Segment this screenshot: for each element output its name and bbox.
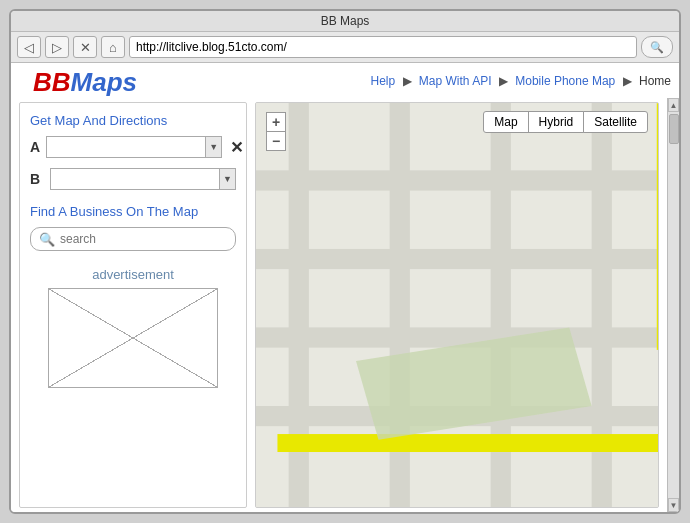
title-bar: BB Maps (11, 11, 679, 32)
map-zoom: + − (266, 113, 286, 151)
svg-rect-11 (657, 434, 658, 452)
zoom-out-button[interactable]: − (266, 131, 286, 151)
nav-bar: ◁ ▷ ✕ ⌂ 🔍 (11, 32, 679, 63)
ad-placeholder (48, 288, 218, 388)
close-button[interactable]: ✕ (73, 36, 97, 58)
scroll-thumb[interactable] (669, 114, 679, 144)
back-button[interactable]: ◁ (17, 36, 41, 58)
forward-icon: ▷ (52, 40, 62, 55)
direction-input-b-wrap: ▼ (50, 168, 236, 190)
search-browser-button[interactable]: 🔍 (641, 36, 673, 58)
dropdown-arrow-a: ▼ (209, 142, 218, 152)
window-title: BB Maps (321, 14, 370, 28)
direction-row-b: B ▼ (30, 168, 236, 190)
satellite-button[interactable]: Satellite (583, 111, 648, 133)
search-wrap: 🔍 (30, 227, 236, 251)
zoom-in-button[interactable]: + (266, 112, 286, 132)
scroll-up-button[interactable]: ▲ (668, 98, 679, 112)
header-row: BB Maps Help ▶ Map With API ▶ Mobile Pho… (11, 63, 679, 98)
logo: BB Maps (19, 63, 151, 98)
direction-label-b: B (30, 171, 44, 187)
direction-label-a: A (30, 139, 40, 155)
map-area[interactable]: Map Hybrid Satellite + − (255, 102, 659, 508)
home-button[interactable]: ⌂ (101, 36, 125, 58)
search-icon: 🔍 (39, 232, 55, 247)
hybrid-button[interactable]: Hybrid (528, 111, 585, 133)
clear-directions-button[interactable]: ✕ (228, 138, 245, 157)
breadcrumb-mobile-phone-map[interactable]: Mobile Phone Map (515, 74, 615, 88)
sidebar: Get Map And Directions A ▼ ✕ B (19, 102, 247, 508)
forward-button[interactable]: ▷ (45, 36, 69, 58)
back-icon: ◁ (24, 40, 34, 55)
ad-section: advertisement (30, 267, 236, 388)
direction-input-a-wrap: ▼ (46, 136, 222, 158)
map-button[interactable]: Map (483, 111, 528, 133)
svg-rect-9 (657, 103, 658, 350)
breadcrumb: Help ▶ Map With API ▶ Mobile Phone Map ▶… (370, 74, 671, 88)
business-title: Find A Business On The Map (30, 204, 236, 219)
logo-maps: Maps (71, 67, 137, 98)
scroll-down-button[interactable]: ▼ (668, 498, 679, 512)
direction-input-a[interactable] (47, 137, 205, 157)
ad-label: advertisement (92, 267, 174, 282)
main-layout: Get Map And Directions A ▼ ✕ B (11, 98, 679, 512)
logo-bb: BB (33, 67, 71, 98)
map-canvas (256, 103, 658, 507)
direction-input-b[interactable] (51, 169, 219, 189)
svg-rect-10 (277, 434, 658, 452)
home-icon: ⌂ (109, 40, 117, 55)
direction-dropdown-a[interactable]: ▼ (205, 137, 221, 157)
dropdown-arrow-b: ▼ (223, 174, 232, 184)
search-browser-icon: 🔍 (650, 41, 664, 54)
map-controls: Map Hybrid Satellite (484, 111, 648, 133)
close-icon: ✕ (80, 40, 91, 55)
direction-row-a: A ▼ ✕ (30, 136, 236, 158)
breadcrumb-sep-3: ▶ (623, 74, 635, 88)
direction-dropdown-b[interactable]: ▼ (219, 169, 235, 189)
breadcrumb-sep-1: ▶ (403, 74, 415, 88)
breadcrumb-sep-2: ▶ (499, 74, 511, 88)
directions-title: Get Map And Directions (30, 113, 236, 128)
page-content: BB Maps Help ▶ Map With API ▶ Mobile Pho… (11, 63, 679, 512)
search-input[interactable] (60, 232, 227, 246)
breadcrumb-map-with-api[interactable]: Map With API (419, 74, 492, 88)
scrollbar[interactable]: ▲ ▼ (667, 98, 679, 512)
browser-window: BB Maps ◁ ▷ ✕ ⌂ 🔍 BB Maps Help (9, 9, 681, 514)
breadcrumb-help[interactable]: Help (370, 74, 395, 88)
breadcrumb-current: Home (639, 74, 671, 88)
address-bar[interactable] (129, 36, 637, 58)
